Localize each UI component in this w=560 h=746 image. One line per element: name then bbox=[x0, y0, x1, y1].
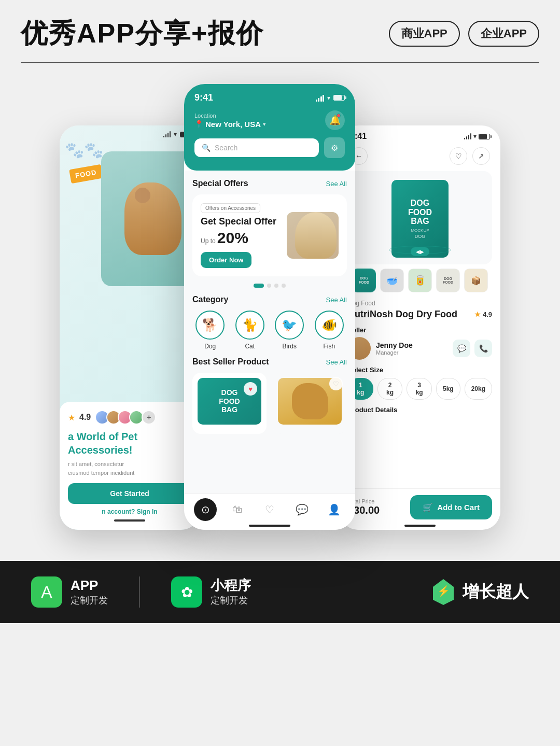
heart-action-icon: ♡ bbox=[455, 152, 462, 160]
birds-label: Birds bbox=[283, 343, 297, 350]
star-gold-icon: ★ bbox=[474, 311, 481, 318]
favorite-button[interactable]: ♡ bbox=[450, 147, 467, 165]
seller-section: Seller Jenny Doe Manager 💬 📞 bbox=[348, 326, 492, 360]
category-birds[interactable]: 🐦 Birds bbox=[272, 311, 307, 350]
thumbnail-3[interactable]: 🥫 bbox=[408, 269, 432, 292]
product-display-area: DOGFOODBAG MOCKUP DOG ◀▶ bbox=[348, 171, 492, 264]
header-divider bbox=[21, 62, 539, 63]
best-seller-header: Best Seller Product See All bbox=[192, 357, 347, 367]
order-now-button[interactable]: Order Now bbox=[201, 252, 251, 268]
see-all-category[interactable]: See All bbox=[326, 296, 347, 304]
wifi-icon-middle: ▾ bbox=[327, 94, 330, 102]
nav-profile[interactable]: 👤 bbox=[323, 498, 345, 521]
account-text: n account? bbox=[102, 508, 135, 515]
food-tag: FOOD bbox=[69, 164, 103, 184]
product-image-2: ♡ bbox=[278, 378, 342, 425]
heart-button-1[interactable]: ♥ bbox=[244, 382, 257, 396]
back-arrow-icon: ← bbox=[355, 152, 362, 160]
get-started-button[interactable]: Get Started bbox=[68, 483, 191, 504]
search-icon: 🔍 bbox=[202, 144, 211, 152]
product-category: Dog Food bbox=[348, 300, 492, 307]
message-seller-button[interactable]: 💬 bbox=[453, 340, 470, 357]
middle-status-bar: 9:41 ▾ bbox=[194, 92, 345, 103]
notification-bell[interactable]: 🔔 bbox=[325, 110, 345, 130]
thumb-inner-1: DOGFOOD bbox=[353, 269, 375, 292]
svg-text:⚡: ⚡ bbox=[437, 585, 450, 597]
footer-miniapp-sub: 定制开发 bbox=[211, 594, 251, 607]
action-buttons: ♡ ↗ bbox=[450, 147, 490, 165]
banner-card: Offers on Accessories Get Special Offer … bbox=[192, 194, 347, 276]
share-button[interactable]: ↗ bbox=[472, 147, 490, 165]
call-seller-button[interactable]: 📞 bbox=[474, 340, 492, 357]
location-pin-icon: 📍 bbox=[194, 120, 203, 128]
nav-shop[interactable]: 🛍 bbox=[226, 498, 249, 521]
search-box[interactable]: 🔍 Search bbox=[194, 138, 319, 157]
filter-button[interactable]: ⚙ bbox=[324, 137, 345, 158]
expand-button[interactable]: ◀▶ bbox=[411, 247, 429, 256]
location-text: New York, USA bbox=[205, 120, 261, 129]
filter-icon: ⚙ bbox=[331, 143, 338, 153]
seller-actions: 💬 📞 bbox=[453, 340, 492, 357]
size-3kg[interactable]: 3 kg bbox=[407, 378, 432, 400]
phone-icon: 📞 bbox=[479, 344, 488, 353]
thumbnail-5[interactable]: 📦 bbox=[464, 269, 488, 292]
dot-1 bbox=[254, 284, 264, 288]
tagline-part2: Accessories! bbox=[68, 444, 133, 456]
left-status-bar: ▾ bbox=[60, 125, 200, 140]
middle-time: 9:41 bbox=[194, 92, 213, 103]
category-cat[interactable]: 🐈 Cat bbox=[232, 311, 268, 350]
details-label: Product Details bbox=[348, 406, 492, 414]
banner-dots bbox=[192, 284, 347, 288]
banner-content: Offers on Accessories Get Special Offer … bbox=[201, 203, 287, 268]
footer-miniapp-text: 小程序 定制开发 bbox=[211, 578, 251, 606]
fish-label: Fish bbox=[323, 343, 335, 350]
wechat-icon: ✿ bbox=[171, 576, 202, 608]
left-phone-card: ★ 4.9 bbox=[60, 402, 200, 530]
footer-miniapp-item: ✿ 小程序 定制开发 bbox=[171, 576, 251, 608]
brand-name-text: 增长超人 bbox=[463, 581, 529, 603]
add-to-cart-label: Add to Cart bbox=[437, 503, 480, 512]
product-card-1[interactable]: DOGFOODBAG ♥ bbox=[192, 373, 267, 434]
heart-button-2[interactable]: ♡ bbox=[329, 377, 343, 390]
category-title: Category bbox=[192, 295, 228, 304]
footer: A APP 定制开发 ✿ 小程序 定制开发 ⚡ 增长超人 bbox=[0, 561, 560, 623]
badge-commercial: 商业APP bbox=[389, 21, 460, 47]
home-icon: ⊙ bbox=[201, 503, 210, 516]
heart-icon-filled: ♥ bbox=[248, 385, 253, 393]
sign-in-link[interactable]: Sign In bbox=[137, 508, 158, 515]
product-label-1: DOGFOODBAG bbox=[219, 388, 240, 414]
best-seller-title: Best Seller Product bbox=[192, 357, 269, 367]
size-20kg[interactable]: 20kg bbox=[465, 378, 492, 400]
footer-app-main: APP bbox=[71, 578, 108, 594]
size-section: Select Size 1 kg 2 kg 3 kg 5kg 20kg bbox=[348, 366, 492, 400]
battery-icon-right bbox=[479, 134, 490, 139]
cat-category-icon-wrap: 🐈 bbox=[235, 311, 264, 340]
size-5kg[interactable]: 5kg bbox=[436, 378, 460, 400]
category-dog[interactable]: 🐕 Dog bbox=[192, 311, 228, 350]
dot-4 bbox=[282, 284, 286, 288]
nav-favorites[interactable]: ♡ bbox=[258, 498, 281, 521]
phone-middle: 9:41 ▾ Location 📍 New Yor bbox=[184, 84, 355, 530]
thumbnail-4[interactable]: DOGFOOD bbox=[436, 269, 460, 292]
wechat-logo: ✿ bbox=[181, 584, 193, 601]
home-indicator-middle bbox=[249, 525, 290, 527]
category-fish[interactable]: 🐠 Fish bbox=[312, 311, 347, 350]
see-all-best[interactable]: See All bbox=[326, 358, 347, 366]
banner-title: Get Special Offer bbox=[201, 216, 287, 227]
thumbnail-2[interactable]: 🥣 bbox=[380, 269, 404, 292]
see-all-offers[interactable]: See All bbox=[326, 180, 347, 188]
size-options: 1 kg 2 kg 3 kg 5kg 20kg bbox=[348, 378, 492, 400]
add-to-cart-button[interactable]: 🛒 Add to Cart bbox=[410, 495, 492, 519]
product-card-2[interactable]: ♡ bbox=[273, 373, 347, 434]
product-main-text: DOGFOODBAG bbox=[408, 199, 432, 226]
nav-messages[interactable]: 💬 bbox=[290, 498, 313, 521]
dog-icon: 🐕 bbox=[202, 318, 218, 332]
size-2kg[interactable]: 2 kg bbox=[377, 378, 403, 400]
notification-dot bbox=[337, 114, 341, 118]
nav-home[interactable]: ⊙ bbox=[194, 498, 217, 521]
badge-enterprise: 企业APP bbox=[468, 21, 539, 47]
wifi-icon-right: ▾ bbox=[473, 133, 477, 140]
middle-body: Special Offers See All Offers on Accesso… bbox=[184, 171, 355, 530]
shop-icon: 🛍 bbox=[232, 503, 243, 515]
thumbnail-1[interactable]: DOGFOOD bbox=[352, 269, 376, 292]
